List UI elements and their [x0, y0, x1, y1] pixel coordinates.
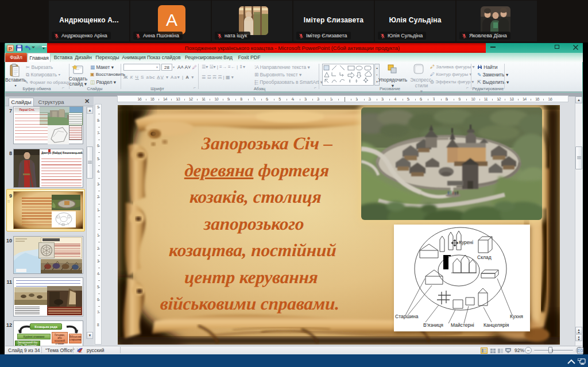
svg-text:Кухня: Кухня: [510, 314, 523, 319]
svg-text:Старшина: Старшина: [395, 314, 419, 319]
svg-text:Канцелярія: Канцелярія: [483, 322, 509, 328]
svg-text:Склад: Склад: [477, 254, 492, 260]
svg-text:Майстерні: Майстерні: [451, 322, 474, 328]
svg-text:Курені: Курені: [459, 239, 473, 245]
svg-text:В’язниця: В’язниця: [423, 322, 443, 328]
